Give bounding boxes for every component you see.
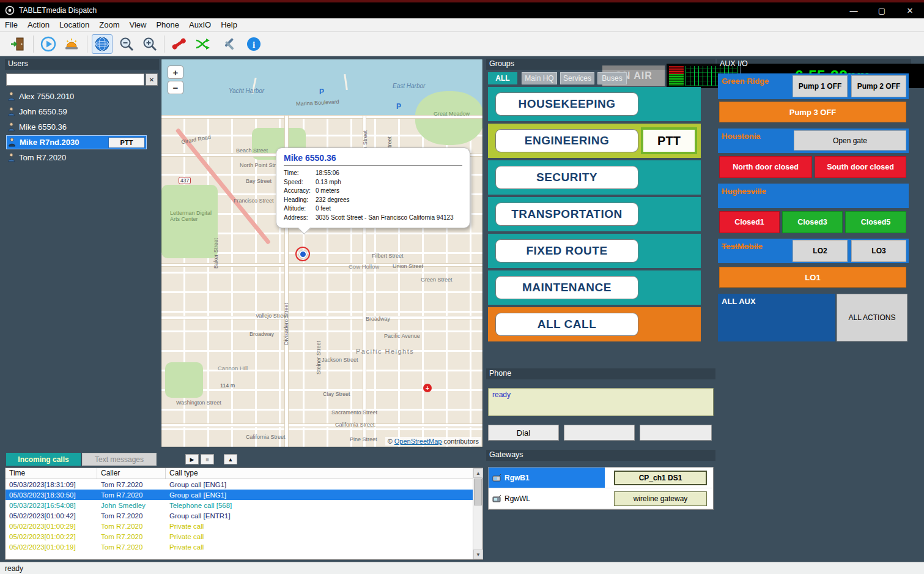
groups-tab-services[interactable]: Services xyxy=(560,72,594,84)
users-header: Users xyxy=(5,59,159,70)
call-row[interactable]: 05/02/2023[01:00:19]Tom R7.2020Private c… xyxy=(6,542,482,552)
group-button-fixed-route[interactable]: FIXED ROUTE xyxy=(495,239,638,263)
phone-call-button[interactable] xyxy=(169,34,190,54)
zoom-in-icon xyxy=(142,36,158,52)
dial-button[interactable]: Dial xyxy=(488,425,559,441)
scrollbar-up-arrow[interactable]: ▲ xyxy=(473,468,483,478)
group-button-housekeeping[interactable]: HOUSEKEEPING xyxy=(495,92,638,116)
menu-action[interactable]: Action xyxy=(23,18,54,31)
user-row[interactable]: John 6550.59 xyxy=(6,105,158,119)
maximize-button[interactable]: ▢ xyxy=(868,2,896,18)
scrollbar-down-arrow[interactable]: ▼ xyxy=(473,550,483,559)
call-row[interactable]: 05/02/2023[01:00:22]Tom R7.2020Private c… xyxy=(6,531,482,542)
group-button-maintenance[interactable]: MAINTENANCE xyxy=(495,276,638,299)
pump1-button[interactable]: Pump 1 OFF xyxy=(793,75,848,97)
call-row[interactable]: 05/02/2023[01:00:42]Tom R7.2020Group cal… xyxy=(6,510,482,521)
groups-tab-buses[interactable]: Buses xyxy=(597,72,627,84)
closed3-button[interactable]: Closed3 xyxy=(782,211,843,233)
phone-display[interactable]: ready xyxy=(488,388,714,416)
group-button-engineering[interactable]: ENGINEERING xyxy=(495,129,638,152)
popup-row: Altitude:0 feet xyxy=(284,204,462,214)
lo1-button[interactable]: LO1 xyxy=(719,267,906,288)
alarm-button[interactable] xyxy=(61,34,82,54)
gps-marker[interactable] xyxy=(295,247,310,261)
tab-text-messages[interactable]: Text messages xyxy=(82,453,157,466)
scrollbar-thumb[interactable] xyxy=(474,479,482,505)
close-button[interactable]: ✕ xyxy=(896,2,924,18)
gateway-row[interactable]: RgwWL wireline gateway xyxy=(489,488,713,509)
map-panel[interactable]: P P 437 114 m Yacht Harbor East Harbor M… xyxy=(161,59,483,447)
user-name: John 6550.59 xyxy=(19,107,67,116)
group-button-transportation[interactable]: TRANSPORTATION xyxy=(495,203,638,226)
play-button[interactable] xyxy=(38,34,59,54)
settings-button[interactable] xyxy=(219,34,240,54)
playback-play-button[interactable]: ▶ xyxy=(185,454,199,464)
exit-button[interactable] xyxy=(7,34,28,54)
call-row-selected[interactable]: 05/03/2023[18:30:50]Tom R7.2020Group cal… xyxy=(6,490,482,500)
south-door-button[interactable]: South door closed xyxy=(815,156,906,178)
scroll-up-button[interactable]: ▲ xyxy=(224,454,237,464)
map-view-button[interactable] xyxy=(92,34,113,54)
call-row[interactable]: 05/03/2023[18:31:09]Tom R7.2020Group cal… xyxy=(6,479,482,490)
closed5-button[interactable]: Closed5 xyxy=(845,211,906,233)
pump3-button[interactable]: Pump 3 OFF xyxy=(719,102,906,122)
map-label: Francisco Street xyxy=(234,198,274,204)
user-row-selected[interactable]: Mike R7nd.2030 PTT xyxy=(6,135,147,149)
user-row[interactable]: Tom R7.2020 xyxy=(6,151,158,165)
minimize-button[interactable]: — xyxy=(840,2,868,18)
gateway-channel-button[interactable]: wireline gateway xyxy=(614,491,707,506)
tab-incoming-calls[interactable]: Incoming calls xyxy=(6,453,81,466)
phone-button-2[interactable] xyxy=(564,425,635,441)
menu-file[interactable]: File xyxy=(0,18,23,31)
map-zoom-in-button[interactable]: + xyxy=(168,65,183,79)
user-row[interactable]: Mike 6550.36 xyxy=(6,120,158,134)
pump2-button[interactable]: Pump 2 OFF xyxy=(851,75,906,97)
gateway-channel-button[interactable]: CP_ch1 DS1 xyxy=(614,471,707,485)
popup-title: Mike 6550.36 xyxy=(284,153,462,166)
menu-location[interactable]: Location xyxy=(54,18,94,31)
menu-zoom[interactable]: Zoom xyxy=(94,18,124,31)
open-gate-button[interactable]: Open gate xyxy=(794,130,906,151)
zoom-out-button[interactable] xyxy=(116,34,137,54)
call-row[interactable]: 05/02/2023[01:00:29]Tom R7.2020Private c… xyxy=(6,521,482,531)
column-time[interactable]: Time xyxy=(6,468,97,479)
groups-tab-all[interactable]: ALL xyxy=(488,72,517,84)
playback-stop-button[interactable]: ■ xyxy=(201,454,214,464)
phone-panel: Phone ready Dial xyxy=(486,368,715,447)
group-button-all-call[interactable]: ALL CALL xyxy=(495,313,638,336)
call-row[interactable]: 05/03/2023[16:54:08]John SmedleyTelephon… xyxy=(6,500,482,510)
user-row[interactable]: Alex 7550.2010 xyxy=(6,89,158,103)
column-call-type[interactable]: Call type xyxy=(166,468,482,479)
group-ptt-button[interactable]: PTT xyxy=(641,127,697,154)
clear-search-button[interactable]: ✕ xyxy=(146,73,158,86)
toolbar-separator xyxy=(164,35,164,53)
lo2-button[interactable]: LO2 xyxy=(793,240,848,262)
user-ptt-button[interactable]: PTT xyxy=(108,137,145,148)
lo3-button[interactable]: LO3 xyxy=(851,240,906,262)
vertical-scrollbar[interactable]: ▲ ▼ xyxy=(473,468,482,559)
zoom-in-button[interactable] xyxy=(139,34,160,54)
map-label: Washington Street xyxy=(176,400,221,406)
map-label: Pine Street xyxy=(350,436,377,442)
menu-auxio[interactable]: AuxIO xyxy=(184,18,216,31)
menu-phone[interactable]: Phone xyxy=(151,18,184,31)
closed1-button[interactable]: Closed1 xyxy=(719,211,780,233)
gps-marker-dot xyxy=(299,250,307,258)
menu-help[interactable]: Help xyxy=(216,18,242,31)
gateway-row-selected[interactable]: RgwB1 CP_ch1 DS1 xyxy=(489,468,713,488)
groups-tab-main-hq[interactable]: Main HQ xyxy=(522,72,557,84)
osm-link[interactable]: OpenStreetMap xyxy=(394,438,442,445)
all-actions-button[interactable]: ALL ACTIONS xyxy=(837,294,907,341)
info-button[interactable]: i xyxy=(243,34,264,54)
phone-button-3[interactable] xyxy=(640,425,712,441)
map-label: Divisadero Street xyxy=(283,303,289,345)
map-zoom-out-button[interactable]: − xyxy=(168,81,183,94)
north-door-button[interactable]: North door closed xyxy=(719,156,812,178)
map-road xyxy=(161,424,483,427)
map-label: Baker Street xyxy=(213,238,219,269)
group-button-security[interactable]: SECURITY xyxy=(495,166,638,189)
column-caller[interactable]: Caller xyxy=(97,468,166,479)
menu-view[interactable]: View xyxy=(124,18,151,31)
users-search-input[interactable] xyxy=(6,73,144,86)
patch-transfer-button[interactable] xyxy=(192,34,213,54)
